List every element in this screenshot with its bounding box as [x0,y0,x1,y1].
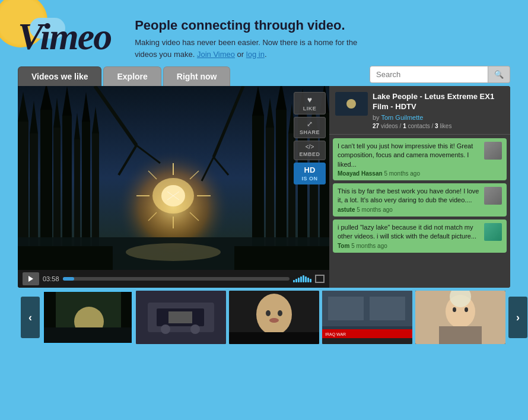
embed-button[interactable]: </> EMBED [294,141,326,160]
tab-right-now[interactable]: Right now [163,66,231,86]
comment-avatar [484,142,502,160]
vol-bar-2 [295,279,297,282]
play-icon [28,276,33,282]
comment-author[interactable]: astute [338,206,355,213]
avatar-image [484,187,502,205]
comment-meta: astute 5 months ago [338,206,481,213]
svg-point-70 [278,310,282,316]
heart-icon: ♥ [307,95,312,104]
svg-text:IRAQ WAR: IRAQ WAR [325,332,346,337]
thumbnail-3[interactable] [229,291,319,344]
hd-button[interactable]: HD IS ON [294,163,326,184]
or-text: or [235,50,246,59]
svg-point-71 [269,318,279,323]
svg-point-84 [465,307,468,312]
comment-item: i pulled "lazy lake" because it did not … [333,219,507,253]
right-panel: Lake People - Letus Extreme EX1 Film - H… [329,86,510,288]
comment-time: 5 months ago [384,170,420,177]
comment-time: 5 months ago [351,243,387,249]
comment-text: i pulled "lazy lake" because it did not … [338,223,481,241]
prev-button[interactable]: ‹ [21,297,40,338]
svg-rect-44 [18,246,113,270]
fullscreen-button[interactable] [315,275,325,283]
video-controls: 03:58 [18,270,329,288]
svg-point-68 [256,294,292,335]
search-button[interactable]: 🔍 [488,66,510,83]
thumbnail-1[interactable] [43,291,133,344]
tagline-title: People connecting through video. [135,18,372,33]
avatar-image [484,223,502,241]
svg-point-55 [346,99,356,109]
like-button[interactable]: ♥ LIKE [294,92,326,114]
vol-bar-7 [307,278,309,282]
thumbnails: IRAQ WAR [43,291,505,344]
comment-meta: Tom 5 months ago [338,243,481,249]
comment-author[interactable]: Tom [338,243,349,249]
svg-rect-66 [168,311,192,323]
comment-text: I can't tell you just how impressive thi… [338,142,481,169]
tab-videos-we-like[interactable]: Videos we like [18,66,101,86]
comment-time: 5 months ago [357,206,393,213]
svg-rect-76 [370,297,405,320]
tagline-area: People connecting through video. Making … [135,12,372,60]
video-info: Lake People - Letus Extreme EX1 Film - H… [329,86,510,135]
join-link[interactable]: Join Vimeo [197,50,235,59]
play-button[interactable] [23,272,39,285]
avatar-image [484,142,502,160]
video-player-area: ♥ LIKE ⤢ SHARE </> EMBED HD IS ON [18,86,329,288]
share-icon: ⤢ [307,120,313,128]
comment-item: This is by far the best work you have do… [333,183,507,217]
tagline-sub: Making video has never been easier. Now … [135,37,372,60]
share-label: SHARE [300,129,320,135]
vol-bar-8 [310,279,311,282]
login-link[interactable]: log in [246,50,265,59]
comments-list: I can't tell you just how impressive thi… [329,135,510,288]
comment-author[interactable]: Moayad Hassan [338,170,383,177]
stat-contacts: 1 [403,123,406,129]
svg-rect-86 [439,326,482,344]
svg-rect-78 [322,338,412,344]
tabs: Videos we like Explore Right now [18,66,232,86]
progress-fill [63,277,74,281]
video-stats: 27 videos / 1 contacts / 3 likes [373,123,504,129]
comment-item: I can't tell you just how impressive thi… [333,138,507,180]
comment-avatar [484,187,502,205]
hd-icon: HD [304,166,316,174]
vol-bar-5 [303,275,304,282]
svg-point-43 [126,243,221,261]
video-author: by Tom Guilmette [373,114,504,121]
comment-text: This is by far the best work you have do… [338,187,481,205]
svg-rect-75 [328,297,364,320]
video-meta: Lake People - Letus Extreme EX1 Film - H… [373,92,504,129]
thumbnail-4[interactable]: IRAQ WAR [322,291,412,344]
logo-area: Vimeo [18,18,111,56]
header: Vimeo People connecting through video. M… [0,0,528,66]
svg-point-69 [266,310,271,316]
share-button[interactable]: ⤢ SHARE [294,117,326,138]
vol-bar-6 [305,276,307,282]
stat-likes: 3 [435,123,438,129]
svg-rect-60 [44,327,133,344]
comment-meta: Moayad Hassan 5 months ago [338,170,481,177]
video-section: ♥ LIKE ⤢ SHARE </> EMBED HD IS ON [18,86,510,288]
vol-bar-3 [298,278,300,282]
next-button[interactable]: › [508,297,527,338]
search-input[interactable] [370,66,488,83]
side-actions: ♥ LIKE ⤢ SHARE </> EMBED HD IS ON [294,92,326,184]
video-background [18,86,329,270]
svg-point-83 [453,307,456,312]
tab-explore[interactable]: Explore [103,66,161,86]
video-title: Lake People - Letus Extreme EX1 Film - H… [373,92,504,112]
stat-videos: 27 [373,123,379,129]
thumbnail-2[interactable] [136,291,226,344]
progress-bar[interactable] [63,277,290,281]
comment-text-area: I can't tell you just how impressive thi… [338,142,481,177]
thumbnail-strip: ‹ [18,291,510,344]
vol-bar-1 [293,280,295,282]
thumbnail-5[interactable] [415,291,505,344]
volume-control[interactable] [293,275,311,282]
author-link[interactable]: Tom Guilmette [381,114,423,121]
video-frame: ♥ LIKE ⤢ SHARE </> EMBED HD IS ON [18,86,329,270]
search-bar: 🔍 [370,66,510,83]
embed-label: EMBED [299,151,320,157]
